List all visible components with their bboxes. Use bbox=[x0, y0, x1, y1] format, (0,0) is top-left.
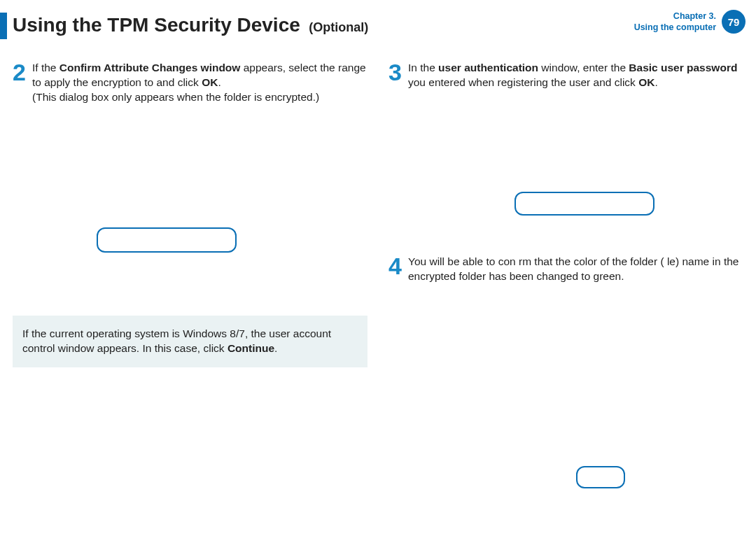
highlight-box-3 bbox=[576, 466, 625, 488]
text: window, enter the bbox=[538, 62, 629, 73]
left-column: 2 If the Confirm Attribute Changes windo… bbox=[13, 61, 368, 488]
text: . bbox=[274, 342, 277, 354]
step-number: 3 bbox=[388, 62, 408, 90]
header-accent-bar bbox=[0, 13, 7, 39]
highlight-box-1 bbox=[97, 227, 237, 253]
page-header: Using the TPM Security Device (Optional)… bbox=[0, 0, 756, 43]
page-number-badge: 79 bbox=[722, 10, 746, 34]
text: If the bbox=[32, 62, 59, 73]
chapter-info: Chapter 3. Using the computer bbox=[634, 10, 716, 34]
text-bold: OK bbox=[202, 76, 218, 88]
text: you entered when registering the user an… bbox=[408, 76, 638, 88]
text: In the bbox=[408, 62, 438, 73]
page-title-optional: (Optional) bbox=[309, 20, 368, 34]
text: . bbox=[654, 76, 657, 88]
chapter-number: Chapter 3. bbox=[634, 10, 716, 22]
right-column: 3 In the user authentication window, ent… bbox=[388, 61, 743, 488]
text-bold: Continue bbox=[227, 342, 274, 354]
text: . bbox=[218, 76, 220, 88]
step-4-text: You will be able to con rm that the colo… bbox=[408, 255, 743, 284]
info-note: If the current operating system is Windo… bbox=[13, 316, 368, 367]
text-bold: user authentication bbox=[438, 62, 538, 73]
header-right: Chapter 3. Using the computer 79 bbox=[634, 10, 746, 34]
step-number: 4 bbox=[388, 256, 408, 284]
content-area: 2 If the Confirm Attribute Changes windo… bbox=[0, 43, 756, 488]
step-3: 3 In the user authentication window, ent… bbox=[388, 61, 743, 90]
text: If the current operating system is Windo… bbox=[22, 327, 331, 354]
step-number: 2 bbox=[13, 62, 32, 105]
text-bold: Confirm Attribute Changes window bbox=[59, 62, 241, 73]
text: (This dialog box only appears when the f… bbox=[32, 91, 319, 103]
text-bold: OK bbox=[638, 76, 654, 88]
page-title: Using the TPM Security Device bbox=[13, 14, 300, 36]
chapter-name: Using the computer bbox=[634, 22, 716, 33]
step-3-text: In the user authentication window, enter… bbox=[408, 61, 743, 90]
highlight-box-2 bbox=[514, 192, 654, 216]
step-4: 4 You will be able to con rm that the co… bbox=[388, 255, 743, 284]
step-2-text: If the Confirm Attribute Changes window … bbox=[32, 61, 368, 105]
text-bold: Basic user password bbox=[629, 62, 737, 73]
step-2: 2 If the Confirm Attribute Changes windo… bbox=[13, 61, 368, 105]
